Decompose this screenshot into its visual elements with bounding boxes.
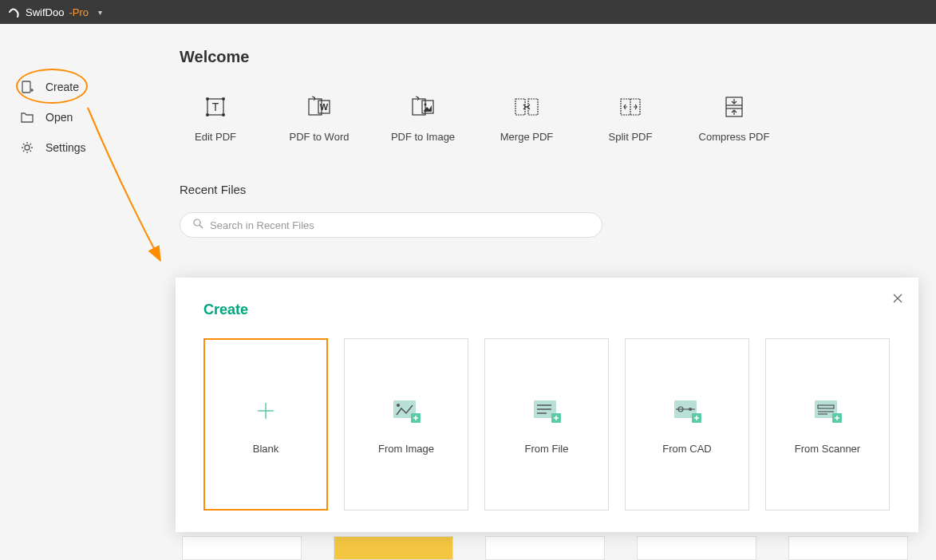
recent-thumbnails [182, 536, 908, 560]
app-name: SwifDoo [26, 6, 64, 18]
from-cad-icon [671, 395, 703, 427]
svg-text:W: W [320, 102, 329, 112]
welcome-title: Welcome [180, 48, 936, 66]
open-folder-icon [20, 110, 34, 124]
svg-rect-13 [413, 99, 425, 115]
tool-compress-pdf[interactable]: Compress PDF [698, 94, 770, 143]
search-icon [193, 219, 203, 231]
svg-point-5 [206, 97, 209, 101]
sidebar: Create Open Settings [0, 24, 176, 560]
tools-row: T Edit PDF W PDF to Word [180, 94, 936, 143]
svg-point-8 [222, 113, 225, 116]
svg-point-34 [397, 404, 400, 407]
tool-label: PDF to Word [290, 131, 350, 143]
create-tile-label: From Image [378, 443, 434, 455]
create-tile-label: From CAD [662, 443, 711, 455]
search-recent-input[interactable]: Search in Recent Files [180, 212, 602, 238]
tool-pdf-word[interactable]: W PDF to Word [283, 94, 355, 143]
search-placeholder: Search in Recent Files [210, 219, 314, 231]
sidebar-item-label: Create [45, 81, 79, 93]
create-tile-label: From Scanner [795, 443, 860, 455]
file-thumbnail[interactable] [485, 536, 605, 560]
create-tile-label: From File [525, 443, 569, 455]
tool-label: PDF to Image [391, 131, 455, 143]
app-suffix: -Pro [69, 6, 89, 18]
create-tile-label: Blank [253, 443, 279, 455]
plus-icon [250, 395, 282, 427]
sidebar-item-label: Settings [45, 141, 86, 154]
create-from-cad[interactable]: From CAD [625, 338, 749, 511]
svg-point-26 [194, 219, 200, 226]
create-from-file[interactable]: From File [484, 338, 609, 511]
pdf-image-icon [410, 94, 436, 120]
create-options: Blank From Image [203, 338, 891, 511]
edit-pdf-icon: T [203, 94, 228, 120]
recent-files-title: Recent Files [180, 183, 936, 196]
pdf-word-icon: W [306, 94, 332, 120]
sidebar-item-settings[interactable]: Settings [20, 132, 176, 163]
file-thumbnail[interactable] [182, 536, 302, 560]
create-blank[interactable]: Blank [203, 338, 328, 511]
svg-line-27 [199, 225, 203, 228]
gear-icon [20, 140, 34, 155]
svg-text:T: T [212, 101, 219, 113]
tool-edit-pdf[interactable]: T Edit PDF [180, 94, 251, 143]
sidebar-item-open[interactable]: Open [20, 102, 176, 132]
create-from-image[interactable]: From Image [344, 338, 468, 511]
tool-pdf-image[interactable]: PDF to Image [387, 94, 459, 143]
create-modal: Create Blank [176, 278, 918, 532]
svg-point-15 [425, 104, 427, 106]
file-thumbnail[interactable] [637, 536, 756, 560]
file-thumbnail[interactable] [788, 536, 908, 560]
split-pdf-icon [618, 94, 643, 120]
svg-point-7 [206, 113, 209, 116]
chevron-down-icon[interactable]: ▾ [98, 8, 102, 17]
tool-label: Compress PDF [699, 131, 770, 143]
svg-point-3 [25, 145, 30, 150]
svg-rect-16 [515, 99, 525, 115]
merge-pdf-icon [514, 94, 539, 120]
create-from-scanner[interactable]: From Scanner [765, 338, 890, 511]
close-button[interactable] [891, 292, 904, 305]
titlebar: SwifDoo -Pro ▾ [0, 0, 936, 24]
svg-point-6 [222, 97, 225, 101]
from-scanner-icon [812, 395, 843, 427]
app-logo[interactable]: SwifDoo -Pro ▾ [8, 6, 102, 18]
compress-pdf-icon [721, 94, 747, 120]
from-image-icon [390, 395, 422, 427]
tool-merge-pdf[interactable]: Merge PDF [491, 94, 563, 143]
swifdoo-logo-icon [8, 6, 21, 18]
svg-rect-0 [22, 81, 30, 93]
file-thumbnail[interactable] [334, 536, 453, 560]
sidebar-item-label: Open [45, 111, 73, 124]
tool-label: Split PDF [609, 131, 653, 143]
tool-split-pdf[interactable]: Split PDF [594, 94, 666, 143]
svg-rect-17 [528, 99, 538, 115]
sidebar-item-create[interactable]: Create [20, 72, 176, 102]
svg-point-48 [689, 408, 692, 411]
from-file-icon [531, 395, 563, 427]
create-doc-icon [20, 80, 34, 94]
modal-title: Create [203, 302, 891, 318]
tool-label: Edit PDF [195, 131, 236, 143]
tool-label: Merge PDF [500, 131, 553, 143]
